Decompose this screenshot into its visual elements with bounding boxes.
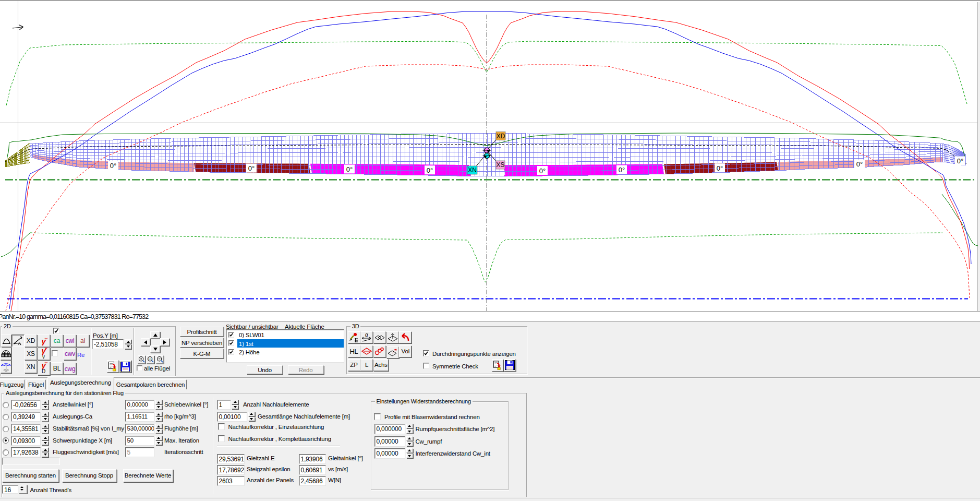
svg-text:0°: 0° xyxy=(957,157,963,165)
svg-text:0°: 0° xyxy=(427,166,433,174)
svg-text:0°: 0° xyxy=(856,160,863,168)
svg-text:0°: 0° xyxy=(346,165,353,173)
svg-text:1:1: 1:1 xyxy=(148,357,152,361)
svg-text:XS: XS xyxy=(496,161,504,169)
svg-text:0°: 0° xyxy=(539,167,546,175)
svg-text:0°: 0° xyxy=(110,162,116,170)
svg-text:XD: XD xyxy=(497,133,505,140)
svg-text:0°: 0° xyxy=(619,166,625,174)
svg-text:0°: 0° xyxy=(717,164,723,172)
svg-text:XN: XN xyxy=(468,166,477,174)
svg-text:0°: 0° xyxy=(248,164,255,172)
svg-text:α: α xyxy=(365,332,368,338)
